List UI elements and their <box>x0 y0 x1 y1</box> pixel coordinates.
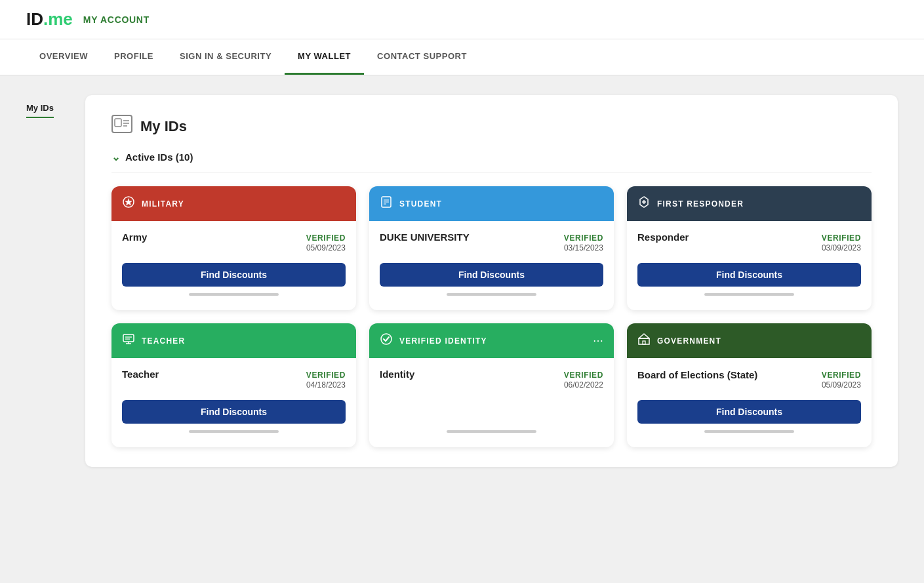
main-nav: OVERVIEW PROFILE SIGN IN & SECURITY MY W… <box>0 39 924 75</box>
logo: ID.me <box>26 9 73 30</box>
svg-rect-13 <box>123 334 134 342</box>
card-student-scroll <box>447 293 536 296</box>
svg-marker-20 <box>639 334 649 338</box>
card-first-responder-scroll <box>704 293 793 296</box>
card-first-responder-find-discounts[interactable]: Find Discounts <box>637 263 861 287</box>
card-first-responder-entity: Responder <box>637 231 689 243</box>
nav-overview[interactable]: OVERVIEW <box>26 39 101 75</box>
card-military-header: MILITARY <box>111 186 356 221</box>
card-verified-identity-scroll <box>447 430 536 433</box>
active-ids-toggle[interactable]: ⌄ Active IDs (10) <box>111 151 872 173</box>
card-military-scroll <box>189 293 278 296</box>
card-military: MILITARY Army VERIFIED 05/09/2023 Find D… <box>111 186 356 310</box>
nav-contact-support[interactable]: CONTACT SUPPORT <box>364 39 480 75</box>
nav-profile[interactable]: PROFILE <box>101 39 167 75</box>
card-teacher-info: Teacher VERIFIED 04/18/2023 <box>122 369 346 390</box>
my-account-label: MY ACCOUNT <box>83 14 150 25</box>
card-verified-identity: VERIFIED IDENTITY ⋯ Identity VERIFIED 06… <box>369 323 614 447</box>
section-header: My IDs <box>111 115 872 138</box>
card-first-responder-header: FIRST RESPONDER <box>627 186 872 221</box>
card-government-body: Board of Elections (State) VERIFIED 05/0… <box>627 358 872 447</box>
sidebar: My IDs <box>26 95 85 467</box>
card-military-status: VERIFIED 05/09/2023 <box>306 231 346 252</box>
card-teacher-status: VERIFIED 04/18/2023 <box>306 369 346 390</box>
card-first-responder-verified-date: 03/09/2023 <box>822 243 861 252</box>
card-student-verified-date: 03/15/2023 <box>564 243 603 252</box>
card-first-responder-body: Responder VERIFIED 03/09/2023 Find Disco… <box>627 221 872 310</box>
card-teacher-scroll <box>189 430 278 433</box>
card-government-entity: Board of Elections (State) <box>637 369 757 382</box>
card-verified-identity-body: Identity VERIFIED 06/02/2022 <box>369 358 614 447</box>
card-teacher-verified-label: VERIFIED <box>306 371 346 380</box>
card-student-info: DUKE UNIVERSITY VERIFIED 03/15/2023 <box>380 231 603 252</box>
card-student: STUDENT DUKE UNIVERSITY VERIFIED 03/15/2… <box>369 186 614 310</box>
teacher-icon <box>122 332 135 349</box>
card-verified-identity-header: VERIFIED IDENTITY ⋯ <box>369 323 614 358</box>
card-military-info: Army VERIFIED 05/09/2023 <box>122 231 346 252</box>
layout: My IDs My IDs ⌄ Ac <box>26 95 898 467</box>
card-first-responder: FIRST RESPONDER Responder VERIFIED 03/09… <box>627 186 872 310</box>
card-verified-identity-title: VERIFIED IDENTITY <box>399 336 487 346</box>
card-student-verified-label: VERIFIED <box>564 233 603 243</box>
logo-me: me <box>48 9 73 30</box>
nav-my-wallet[interactable]: MY WALLET <box>285 39 364 75</box>
card-first-responder-info: Responder VERIFIED 03/09/2023 <box>637 231 861 252</box>
svg-marker-6 <box>125 198 132 206</box>
card-first-responder-title: FIRST RESPONDER <box>657 199 744 209</box>
card-military-verified-date: 05/09/2023 <box>306 243 346 252</box>
card-first-responder-verified-label: VERIFIED <box>822 233 861 243</box>
card-military-body: Army VERIFIED 05/09/2023 Find Discounts <box>111 221 356 310</box>
logo-dot: . <box>43 9 48 30</box>
card-verified-identity-verified-date: 06/02/2022 <box>564 380 603 390</box>
nav-sign-in-security[interactable]: SIGN IN & SECURITY <box>167 39 285 75</box>
card-verified-identity-verified-label: VERIFIED <box>564 371 603 380</box>
card-student-title: STUDENT <box>399 199 442 209</box>
student-icon <box>380 195 393 212</box>
first-responder-icon <box>637 195 651 212</box>
sidebar-item-my-ids[interactable]: My IDs <box>26 103 54 118</box>
card-teacher-entity: Teacher <box>122 369 159 380</box>
government-icon <box>637 332 651 349</box>
svg-rect-1 <box>115 119 121 127</box>
card-student-body: DUKE UNIVERSITY VERIFIED 03/15/2023 Find… <box>369 221 614 310</box>
card-verified-identity-menu[interactable]: ⋯ <box>593 334 603 347</box>
card-teacher-header: TEACHER <box>111 323 356 358</box>
card-government-scroll <box>704 430 793 433</box>
card-teacher-verified-date: 04/18/2023 <box>306 380 346 390</box>
svg-point-18 <box>381 334 392 344</box>
military-icon <box>122 195 135 212</box>
section-title: My IDs <box>140 118 187 135</box>
chevron-down-icon: ⌄ <box>111 151 120 163</box>
page-content: My IDs My IDs ⌄ Ac <box>0 75 924 487</box>
ids-icon <box>111 115 132 138</box>
card-government-verified-date: 05/09/2023 <box>822 380 861 390</box>
main-panel: My IDs ⌄ Active IDs (10) MILITARY <box>85 95 898 467</box>
card-teacher: TEACHER Teacher VERIFIED 04/18/2023 Find… <box>111 323 356 447</box>
header: ID.me MY ACCOUNT <box>0 0 924 39</box>
card-military-entity: Army <box>122 231 147 243</box>
card-government-info: Board of Elections (State) VERIFIED 05/0… <box>637 369 861 390</box>
card-government-verified-label: VERIFIED <box>822 371 861 380</box>
card-student-find-discounts[interactable]: Find Discounts <box>380 263 603 287</box>
card-teacher-title: TEACHER <box>142 336 185 346</box>
logo-id: ID <box>26 9 43 30</box>
active-ids-label: Active IDs (10) <box>125 151 193 163</box>
card-verified-identity-info: Identity VERIFIED 06/02/2022 <box>380 369 603 390</box>
card-government-status: VERIFIED 05/09/2023 <box>822 369 861 390</box>
card-government-title: GOVERNMENT <box>657 336 721 346</box>
card-student-status: VERIFIED 03/15/2023 <box>564 231 603 252</box>
card-military-title: MILITARY <box>142 199 184 209</box>
card-student-entity: DUKE UNIVERSITY <box>380 231 470 243</box>
card-teacher-find-discounts[interactable]: Find Discounts <box>122 400 346 424</box>
verified-identity-icon <box>380 332 393 349</box>
card-government: GOVERNMENT Board of Elections (State) VE… <box>627 323 872 447</box>
card-government-header: GOVERNMENT <box>627 323 872 358</box>
card-student-header: STUDENT <box>369 186 614 221</box>
card-verified-identity-entity: Identity <box>380 369 414 380</box>
card-government-find-discounts[interactable]: Find Discounts <box>637 400 861 424</box>
cards-grid: MILITARY Army VERIFIED 05/09/2023 Find D… <box>111 186 872 447</box>
card-military-find-discounts[interactable]: Find Discounts <box>122 263 346 287</box>
card-military-verified-label: VERIFIED <box>306 233 346 243</box>
card-first-responder-status: VERIFIED 03/09/2023 <box>822 231 861 252</box>
card-verified-identity-status: VERIFIED 06/02/2022 <box>564 369 603 390</box>
